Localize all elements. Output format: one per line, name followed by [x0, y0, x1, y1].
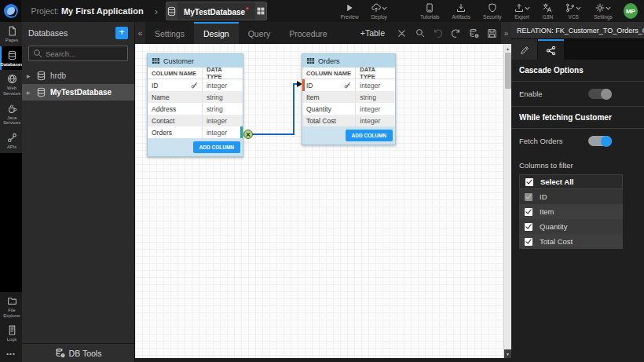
tab-procedure[interactable]: Procedure	[280, 22, 336, 44]
artifacts-button[interactable]: Artifacts	[452, 2, 470, 20]
i18n-button[interactable]: I18N	[543, 2, 554, 20]
scroll-up-button[interactable]: ▲	[504, 44, 512, 53]
doc-tab-database-icon-box	[166, 2, 177, 20]
vcs-button[interactable]: VCS	[565, 2, 581, 20]
table-row-address[interactable]: Addressstring	[148, 103, 243, 115]
schema-canvas[interactable]: ▲ ▼ CustomerCOLUMN NAMEDATA TYPEIDintege…	[135, 44, 511, 358]
save-button[interactable]	[483, 22, 501, 44]
panel-tab-relation[interactable]	[538, 39, 564, 60]
filter-row-item[interactable]: Item	[519, 204, 623, 219]
tab-settings[interactable]: Settings	[145, 22, 194, 44]
checkbox-select-all[interactable]	[525, 178, 533, 186]
filter-row-quantity[interactable]: Quantity	[519, 219, 623, 234]
rail-item-file-explorer[interactable]: File Explorer	[0, 292, 22, 321]
panel-tab-edit[interactable]	[511, 39, 537, 60]
expand-caret-icon[interactable]: ▶	[27, 90, 32, 95]
expand-right-panel-button[interactable]: »	[501, 22, 511, 44]
rail-overflow-button[interactable]: •••	[0, 346, 22, 362]
database-search[interactable]	[28, 46, 128, 61]
export-button[interactable]: Export	[514, 2, 530, 20]
filter-row-total-cost[interactable]: Total Cost	[519, 234, 623, 249]
rail-item-pages[interactable]: Pages	[0, 22, 22, 46]
data-type-cell: integer	[355, 79, 395, 91]
filter-row-select-all[interactable]: Select All	[519, 174, 623, 189]
book-icon	[425, 3, 434, 13]
redo-button[interactable]	[447, 22, 465, 44]
expand-caret-icon[interactable]: ▶	[27, 73, 32, 79]
schema-table-customer[interactable]: CustomerCOLUMN NAMEDATA TYPEIDintegerNam…	[147, 53, 243, 157]
api-icon	[7, 133, 17, 143]
tree-item-MyTestDatabase[interactable]: ▶MyTestDatabase	[22, 84, 134, 101]
collapse-left-panel-button[interactable]: «	[135, 22, 145, 44]
database-icon	[166, 6, 177, 16]
pages-label: Pages	[5, 38, 18, 43]
database-icon	[7, 50, 17, 60]
filter-row-id[interactable]: ID	[519, 189, 623, 204]
log-icon	[7, 325, 17, 335]
schema-table-orders[interactable]: OrdersCOLUMN NAMEDATA TYPEIDintegerItems…	[302, 53, 396, 145]
tree-item-hrdb[interactable]: ▶hrdb	[22, 68, 134, 84]
app-logo[interactable]	[0, 0, 21, 22]
undo-button[interactable]	[429, 22, 447, 44]
add-database-button[interactable]: +	[115, 27, 128, 39]
add-column-button[interactable]: ADD COLUMN	[346, 130, 393, 141]
column-header-row: COLUMN NAMEDATA TYPE	[302, 68, 395, 79]
delete-button[interactable]	[393, 22, 411, 44]
database-icon	[36, 71, 46, 81]
cascade-options-header: Cascade Options	[511, 60, 644, 82]
redo-icon	[451, 28, 461, 38]
security-button[interactable]: Security	[483, 2, 501, 20]
rail-item-databases[interactable]: Databases	[0, 46, 22, 71]
database-icon	[36, 87, 46, 97]
add-column-button[interactable]: ADD COLUMN	[193, 141, 240, 153]
scrollbar-thumb[interactable]	[505, 53, 511, 89]
table-row-total-cost[interactable]: Total Costinteger	[302, 115, 395, 126]
fetch-orders-toggle[interactable]	[588, 136, 612, 146]
preview-button[interactable]: Preview	[341, 2, 359, 20]
tree-item-label: hrdb	[50, 71, 66, 80]
document-tab[interactable]: MyTestDatabase*	[166, 2, 267, 20]
search-input[interactable]	[46, 49, 123, 58]
canvas-vertical-scrollbar[interactable]: ▲ ▼	[503, 44, 511, 358]
tutorials-button[interactable]: Tutorials	[420, 2, 440, 20]
db-gear-icon	[55, 348, 65, 358]
table-row-name[interactable]: Namestring	[148, 91, 243, 103]
scroll-down-button[interactable]: ▼	[504, 349, 512, 358]
table-row-item[interactable]: Itemstring	[302, 91, 395, 103]
update-schema-button[interactable]	[465, 22, 483, 44]
table-row-quantity[interactable]: Quantityinteger	[302, 103, 395, 115]
security-label: Security	[483, 14, 501, 20]
enable-toggle[interactable]	[588, 89, 612, 99]
search-button[interactable]	[411, 22, 429, 44]
relation-line-segment	[293, 83, 295, 135]
table-row-id[interactable]: IDinteger	[148, 79, 243, 91]
column-name-cell: Name	[152, 93, 170, 101]
rail-item-web-services[interactable]: Web Services	[0, 70, 22, 99]
brand-logo-icon	[4, 4, 18, 18]
settings-button[interactable]: Settings	[594, 2, 613, 20]
java-services-label: Java Services	[2, 115, 22, 126]
column-name-cell: Quantity	[306, 105, 331, 113]
filter-label: ID	[540, 192, 547, 201]
project-breadcrumb: Project: My First Application	[31, 6, 143, 16]
bottom-edge-bar	[135, 358, 511, 362]
tab-query[interactable]: Query	[239, 22, 280, 44]
doc-tab-grid-icon-box[interactable]	[255, 2, 266, 20]
checkbox-item[interactable]	[525, 208, 532, 216]
rail-item-apis[interactable]: APIs	[0, 129, 22, 153]
db-tools-button[interactable]: DB Tools	[22, 343, 134, 362]
checkbox-quantity[interactable]	[525, 223, 532, 231]
checkbox-total-cost[interactable]	[525, 238, 532, 246]
rail-item-logs[interactable]: Logs	[0, 321, 22, 346]
tab-design[interactable]: Design	[194, 22, 239, 44]
column-name-cell: Total Cost	[306, 117, 336, 125]
relation-drag-handle[interactable]	[243, 130, 253, 139]
table-row-contact[interactable]: Contactinteger	[148, 115, 243, 126]
deploy-button[interactable]: Deploy	[371, 2, 387, 20]
add-table-button[interactable]: +Table	[353, 22, 393, 44]
gear-icon	[595, 3, 605, 13]
user-avatar[interactable]: MP	[624, 3, 638, 19]
table-row-orders[interactable]: Ordersinteger	[148, 126, 243, 138]
rail-item-java-services[interactable]: Java Services	[0, 100, 22, 129]
table-row-id[interactable]: IDinteger	[302, 79, 395, 91]
